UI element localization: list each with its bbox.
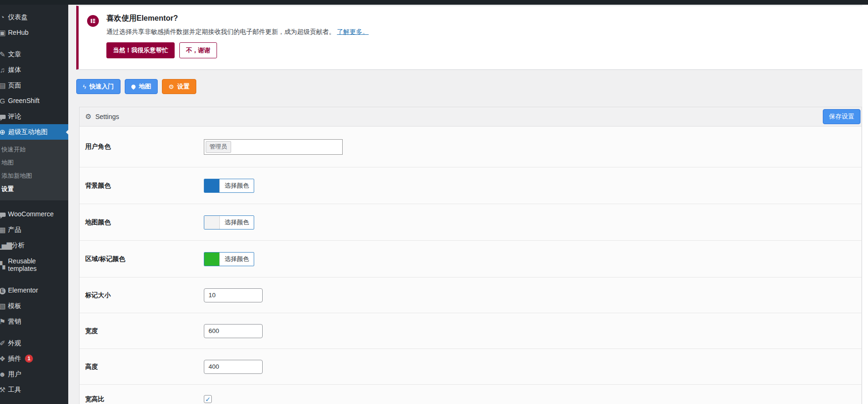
notice-dismiss-button[interactable]: 不，谢谢 xyxy=(179,42,217,58)
notice-title: 喜欢使用Elementor? xyxy=(106,14,369,24)
sidebar-item-comments[interactable]: 评论 xyxy=(0,109,68,124)
sidebar-item-analytics[interactable]: ▁▅▇分析 xyxy=(0,238,68,253)
sidebar-item-media[interactable]: ♫媒体 xyxy=(0,62,68,78)
button-label: 设置 xyxy=(177,82,190,91)
sidebar-item-label: 营销 xyxy=(8,317,22,325)
setting-label-map-color: 地图颜色 xyxy=(85,218,204,227)
marker-size-input[interactable] xyxy=(204,288,263,302)
maps-button[interactable]: 地图 xyxy=(125,79,158,94)
sidebar-item-reusable-templates[interactable]: ▚Reusable templates xyxy=(0,253,68,277)
notice-body: 通过选择共享非敏感插件数据并定期接收我们的电子邮件更新，成为超级贡献者。 了解更… xyxy=(106,28,369,36)
sidebar-menu: ◔仪表盘▣ReHub✎文章♫媒体▤页面GGreenShift评论⊕超级互动地图快… xyxy=(0,5,68,397)
button-label: 快速入门 xyxy=(89,82,114,91)
users-icon: ☻ xyxy=(0,371,8,378)
sidebar-item-posts[interactable]: ✎文章 xyxy=(0,47,68,62)
elementor-notice: 喜欢使用Elementor? 通过选择共享非敏感插件数据并定期接收我们的电子邮件… xyxy=(76,6,864,70)
notice-accept-button[interactable]: 当然！我很乐意帮忙 xyxy=(106,42,175,58)
map-color-swatch xyxy=(204,216,220,229)
region-marker-color-swatch xyxy=(204,253,220,266)
region-marker-color-picker-button[interactable]: 选择颜色 xyxy=(204,252,254,266)
marketing-icon: ⚑ xyxy=(0,318,8,325)
submenu-item-add-new-map[interactable]: 添加新地图 xyxy=(1,169,68,182)
analytics-icon: ▁▅▇ xyxy=(0,242,12,249)
width-input[interactable] xyxy=(204,324,263,338)
rehub-icon: ▣ xyxy=(0,29,8,36)
posts-icon: ✎ xyxy=(0,51,8,58)
setting-row-map-color: 地图颜色选择颜色 xyxy=(80,204,861,241)
settings-rows: 用户角色管理员背景颜色选择颜色地图颜色选择颜色区域/标记颜色选择颜色标记大小宽度… xyxy=(80,127,861,404)
sidebar-item-woocommerce[interactable]: WooCommerce xyxy=(0,206,68,222)
templates-icon: ▧ xyxy=(0,302,8,309)
setting-label-aspect-ratio: 宽高比 xyxy=(85,395,204,404)
background-color-picker-button[interactable]: 选择颜色 xyxy=(204,179,254,193)
settings-panel: ⚙ Settings 保存设置 用户角色管理员背景颜色选择颜色地图颜色选择颜色区… xyxy=(79,107,862,404)
setting-row-aspect-ratio: 宽高比✓ xyxy=(80,385,861,404)
map-color-picker-button[interactable]: 选择颜色 xyxy=(204,215,254,230)
sidebar-item-greenshift[interactable]: GGreenShift xyxy=(0,93,68,109)
submenu-item-maps[interactable]: 地图 xyxy=(1,156,68,169)
sidebar-item-label: 插件 xyxy=(8,355,22,362)
setting-row-marker-size: 标记大小 xyxy=(80,277,861,313)
user-role-input[interactable]: 管理员 xyxy=(204,139,343,155)
products-icon: ▦ xyxy=(0,226,8,233)
comments-icon xyxy=(0,115,6,119)
save-settings-button[interactable]: 保存设置 xyxy=(823,109,860,124)
appearance-icon: ✐ xyxy=(0,340,8,347)
sidebar-item-label: 产品 xyxy=(8,226,22,233)
sidebar-item-label: ReHub xyxy=(8,29,30,36)
sidebar-item-pages[interactable]: ▤页面 xyxy=(0,78,68,93)
sidebar-item-dashboard[interactable]: ◔仪表盘 xyxy=(0,9,68,25)
sidebar-submenu-interactive-maps: 快速开始地图添加新地图设置 xyxy=(0,140,68,200)
sidebar-item-label: 评论 xyxy=(8,112,22,120)
elementor-logo-icon xyxy=(87,15,99,27)
sidebar-item-label: 用户 xyxy=(8,370,22,378)
sidebar-item-label: GreenShift xyxy=(8,97,40,104)
sidebar-item-appearance[interactable]: ✐外观 xyxy=(0,335,68,351)
role-tag-chip: 管理员 xyxy=(206,141,231,153)
sidebar-item-interactive-maps[interactable]: ⊕超级互动地图 xyxy=(0,124,68,140)
color-picker-label: 选择颜色 xyxy=(220,216,254,229)
tools-icon: ⚒ xyxy=(0,386,8,393)
aspect-ratio-checkbox[interactable]: ✓ xyxy=(204,395,212,403)
woocommerce-icon xyxy=(0,213,6,217)
sidebar-item-label: 超级互动地图 xyxy=(8,128,48,135)
sidebar-item-label: WooCommerce xyxy=(8,210,55,218)
update-count-badge: 1 xyxy=(25,355,33,363)
settings-button[interactable]: ⚙设置 xyxy=(162,79,196,94)
sidebar-item-templates[interactable]: ▧模板 xyxy=(0,298,68,314)
maps-icon: ⊕ xyxy=(0,128,8,135)
sidebar-item-label: 模板 xyxy=(8,302,22,309)
submenu-item-quick-start[interactable]: 快速开始 xyxy=(1,143,68,156)
sidebar-item-label: 工具 xyxy=(8,386,22,393)
sidebar-item-label: 分析 xyxy=(12,241,26,249)
height-input[interactable] xyxy=(204,360,263,374)
gear-icon: ⚙ xyxy=(85,112,91,121)
sidebar-item-elementor[interactable]: EElementor xyxy=(0,283,68,298)
settings-panel-header: ⚙ Settings 保存设置 xyxy=(80,107,861,127)
sidebar-item-label: Elementor xyxy=(8,286,39,294)
learn-more-link[interactable]: 了解更多。 xyxy=(337,28,369,35)
pages-icon: ▤ xyxy=(0,82,8,89)
lightning-icon: ϟ xyxy=(83,84,86,90)
elementor-icon: E xyxy=(0,286,8,294)
page-scrollbar-track[interactable] xyxy=(862,5,868,404)
submenu-item-settings[interactable]: 设置 xyxy=(1,182,68,196)
reusable-templates-icon: ▚ xyxy=(0,261,8,269)
dashboard-icon: ◔ xyxy=(0,14,8,21)
greenshift-icon: G xyxy=(0,97,8,104)
sidebar-item-rehub[interactable]: ▣ReHub xyxy=(0,25,68,40)
sidebar-item-marketing[interactable]: ⚑营销 xyxy=(0,314,68,329)
main-content: 喜欢使用Elementor? 通过选择共享非敏感插件数据并定期接收我们的电子邮件… xyxy=(68,5,868,404)
setting-label-user-role: 用户角色 xyxy=(85,143,204,151)
sidebar-item-plugins[interactable]: ❖插件1 xyxy=(0,351,68,366)
setting-label-width: 宽度 xyxy=(85,327,204,335)
sidebar-item-tools[interactable]: ⚒工具 xyxy=(0,382,68,397)
media-icon: ♫ xyxy=(0,66,8,73)
sidebar-item-users[interactable]: ☻用户 xyxy=(0,366,68,382)
sidebar-item-label: 文章 xyxy=(8,50,22,58)
elementor-icon: E xyxy=(0,288,6,294)
sidebar-item-label: 页面 xyxy=(8,81,22,89)
admin-bar xyxy=(0,0,868,5)
sidebar-item-products[interactable]: ▦产品 xyxy=(0,222,68,238)
quick-start-button[interactable]: ϟ快速入门 xyxy=(76,79,121,94)
